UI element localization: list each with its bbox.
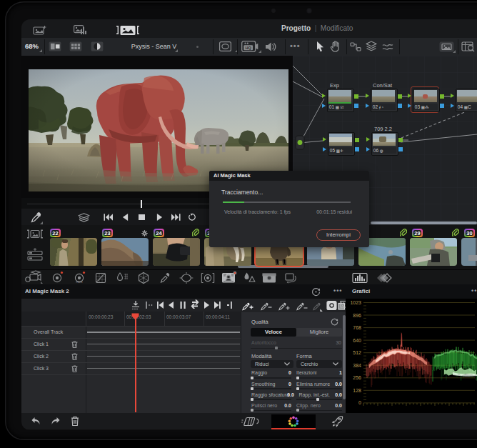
svg-text:512: 512 [353,350,361,355]
svg-text:0: 0 [358,400,361,405]
svg-text:896: 896 [353,313,361,318]
svg-text:384: 384 [353,363,361,368]
svg-text:256: 256 [353,375,361,380]
svg-text:768: 768 [353,325,361,330]
svg-text:640: 640 [353,338,361,343]
svg-text:HDR: HDR [76,280,82,284]
svg-text:HQ: HQ [245,46,251,50]
svg-text:128: 128 [353,388,361,393]
svg-text:1023: 1023 [350,300,361,305]
